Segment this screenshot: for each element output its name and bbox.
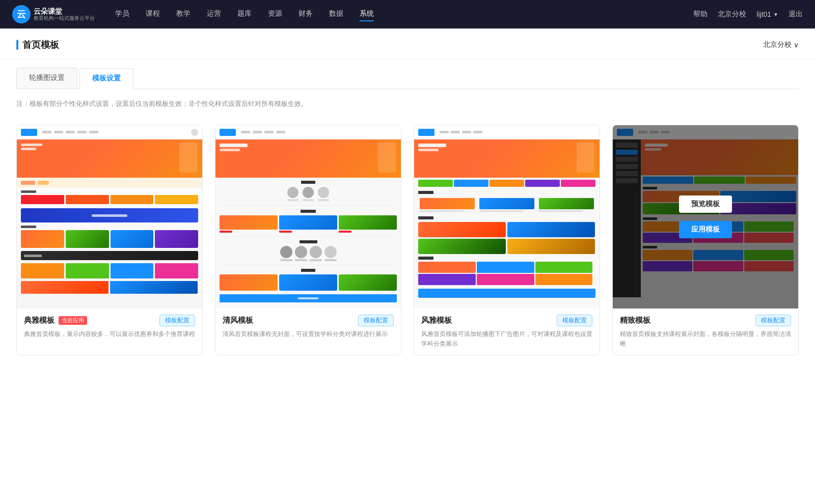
logo-sub-text: 教育机构一站式服务云平台 (34, 15, 95, 21)
help-link[interactable]: 帮助 (693, 10, 708, 19)
branch-link[interactable]: 北京分校 (718, 10, 746, 19)
title-bar-decoration (16, 40, 18, 50)
logo-main-text: 云朵课堂 (34, 7, 95, 16)
menu-item-data[interactable]: 数据 (329, 7, 343, 21)
note-text: 注：模板有部分个性化样式设置，设置后仅当前模板生效；非个性化样式设置后针对所有模… (0, 89, 815, 113)
nav-right: 帮助 北京分校 lijt01 ▼ 退出 (693, 10, 803, 19)
template-preview-qingfeng: 预览模板 应用模板 (215, 125, 401, 309)
tab-template[interactable]: 模板设置 (79, 68, 133, 89)
page-header: 首页模板 北京分校 ∨ (0, 29, 815, 60)
template-desc-jingzhi: 精致首页模板支持课程展示封面，各模板分隔明显，界面简洁清晰 (620, 329, 791, 349)
template-card-jingzhi[interactable]: 预览模板 应用模板 精致模板 模板配置 精致首页模板支持课程展示封面，各模板分隔… (612, 125, 799, 355)
template-info-qingfeng: 清风模板 模板配置 清风首页模板课程无封面，可设置按学科分类对课程进行展示 (215, 309, 401, 345)
config-button-jingzhi[interactable]: 模板配置 (755, 315, 791, 326)
template-card-diancha[interactable]: 预览模板 应用模板 典雅模板 当前应用 模板配置 典雅首页模板，展示内容较多，可… (16, 125, 203, 355)
template-info-diancha: 典雅模板 当前应用 模板配置 典雅首页模板，展示内容较多，可以展示优惠券和多个推… (17, 309, 202, 345)
template-name-jingzhi: 精致模板 (620, 316, 650, 325)
template-name-diancha: 典雅模板 (24, 316, 55, 325)
apply-button-jingzhi[interactable]: 应用模板 (679, 221, 732, 238)
top-navigation: 云 云朵课堂 教育机构一站式服务云平台 学员 课程 教学 运营 题库 资源 财务… (0, 0, 815, 29)
page-title-wrapper: 首页模板 (16, 39, 59, 51)
template-info-fengya: 风雅模板 模板配置 风雅首页模板可添加轮播图下广告图片，可对课程及课程包设置学科… (414, 309, 600, 355)
template-name-qingfeng: 清风模板 (223, 316, 253, 325)
page-title: 首页模板 (22, 39, 59, 51)
menu-item-teaching[interactable]: 教学 (176, 7, 191, 21)
template-overlay-jingzhi: 预览模板 应用模板 (613, 125, 798, 309)
template-preview-fengya: 预览模板 应用模板 (414, 125, 600, 309)
menu-item-system[interactable]: 系统 (360, 7, 374, 21)
templates-grid: 预览模板 应用模板 典雅模板 当前应用 模板配置 典雅首页模板，展示内容较多，可… (0, 113, 815, 368)
menu-item-question-bank[interactable]: 题库 (237, 7, 252, 21)
main-menu: 学员 课程 教学 运营 题库 资源 财务 数据 系统 (115, 7, 693, 21)
template-preview-jingzhi: 预览模板 应用模板 (613, 125, 798, 309)
template-desc-qingfeng: 清风首页模板课程无封面，可设置按学科分类对课程进行展示 (223, 329, 394, 339)
template-preview-diancha: 预览模板 应用模板 (17, 125, 202, 309)
preview-button-jingzhi[interactable]: 预览模板 (679, 195, 732, 213)
tab-carousel[interactable]: 轮播图设置 (16, 68, 77, 89)
menu-item-resources[interactable]: 资源 (268, 7, 282, 21)
template-name-row-diancha: 典雅模板 当前应用 模板配置 (24, 315, 195, 326)
template-info-jingzhi: 精致模板 模板配置 精致首页模板支持课程展示封面，各模板分隔明显，界面简洁清晰 (613, 309, 798, 355)
template-name-row-qingfeng: 清风模板 模板配置 (223, 315, 394, 326)
tabs-wrapper: 轮播图设置 模板设置 (0, 60, 815, 89)
config-button-qingfeng[interactable]: 模板配置 (358, 315, 394, 326)
template-desc-fengya: 风雅首页模板可添加轮播图下广告图片，可对课程及课程包设置学科分类展示 (421, 329, 592, 349)
logout-button[interactable]: 退出 (789, 10, 803, 19)
template-card-qingfeng[interactable]: 预览模板 应用模板 清风模板 模板配置 清风首页模板课程无封面，可设置按学科分类… (215, 125, 401, 355)
tabs: 轮播图设置 模板设置 (16, 68, 799, 89)
menu-item-courses[interactable]: 课程 (146, 7, 160, 21)
logo[interactable]: 云 云朵课堂 教育机构一站式服务云平台 (12, 5, 95, 23)
user-dropdown[interactable]: lijt01 ▼ (756, 10, 778, 18)
current-badge-diancha: 当前应用 (59, 316, 87, 325)
menu-item-students[interactable]: 学员 (115, 7, 129, 21)
template-card-fengya[interactable]: 预览模板 应用模板 风雅模板 模板配置 风雅首页模板可添加轮播图下广告图片，可对… (414, 125, 600, 355)
branch-name: 北京分校 (763, 40, 792, 49)
template-name-row-jingzhi: 精致模板 模板配置 (620, 315, 791, 326)
config-button-diancha[interactable]: 模板配置 (159, 315, 195, 326)
branch-chevron-icon: ∨ (794, 41, 799, 49)
logo-icon: 云 (12, 5, 31, 23)
chevron-down-icon: ▼ (773, 12, 778, 17)
template-name-fengya: 风雅模板 (421, 316, 452, 325)
menu-item-operations[interactable]: 运营 (207, 7, 221, 21)
branch-selector[interactable]: 北京分校 ∨ (763, 40, 799, 49)
config-button-fengya[interactable]: 模板配置 (557, 315, 592, 326)
template-name-row-fengya: 风雅模板 模板配置 (421, 315, 592, 326)
page-container: 首页模板 北京分校 ∨ 轮播图设置 模板设置 注：模板有部分个性化样式设置，设置… (0, 29, 815, 504)
username: lijt01 (756, 10, 771, 18)
menu-item-finance[interactable]: 财务 (298, 7, 313, 21)
template-desc-diancha: 典雅首页模板，展示内容较多，可以展示优惠券和多个推荐课程 (24, 329, 195, 339)
